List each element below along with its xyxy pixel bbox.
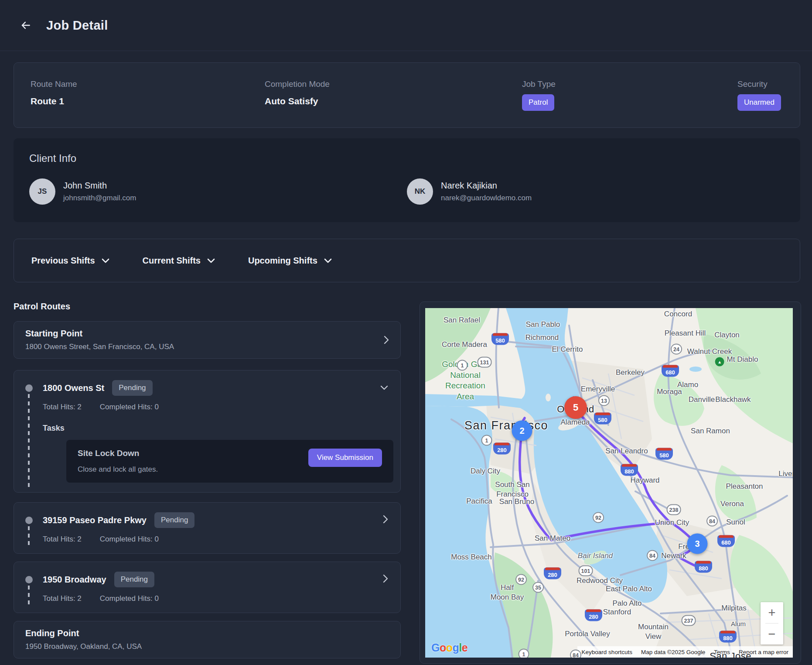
route-dashed-connector bbox=[28, 394, 30, 487]
completed-hits: Completed Hits: 0 bbox=[100, 403, 159, 411]
checkpoint-dot-icon bbox=[25, 517, 33, 524]
checkpoint-header[interactable]: 1800 Owens St Pending bbox=[25, 380, 393, 396]
status-badge: Pending bbox=[114, 572, 154, 587]
checkpoint-name: 1800 Owens St bbox=[43, 383, 104, 393]
google-logo-letter: G bbox=[431, 641, 440, 654]
attribution-link[interactable]: Terms bbox=[714, 649, 730, 655]
checkpoint-name: 39159 Paseo Padre Pkwy bbox=[43, 515, 147, 525]
previous-shifts-dropdown[interactable]: Previous Shifts bbox=[31, 256, 109, 266]
shift-filters-card: Previous Shifts Current Shifts Upcoming … bbox=[14, 239, 800, 282]
route-dashed-connector bbox=[28, 526, 30, 548]
security-badge: Unarmed bbox=[737, 94, 781, 111]
starting-point-address: 1800 Owens Street, San Francisco, CA, US… bbox=[25, 343, 174, 351]
current-shifts-label: Current Shifts bbox=[143, 256, 201, 266]
ending-point-address: 1950 Broadway, Oakland, CA, USA bbox=[25, 642, 142, 651]
completion-mode-value: Auto Satisfy bbox=[265, 96, 522, 106]
job-type-badge: Patrol bbox=[522, 94, 554, 111]
security-label: Security bbox=[737, 79, 783, 89]
map-card: + − Google Keyboard shortcutsMap data ©2… bbox=[420, 302, 801, 664]
ending-point-title: Ending Point bbox=[25, 628, 142, 638]
checkpoint-header[interactable]: 1950 Broadway Pending bbox=[25, 572, 393, 587]
patrol-routes-title: Patrol Routes bbox=[14, 302, 401, 312]
map-canvas[interactable]: + − Google Keyboard shortcutsMap data ©2… bbox=[425, 308, 793, 658]
client-email: narek@guardowldemo.com bbox=[441, 194, 532, 202]
page-title: Job Detail bbox=[46, 18, 108, 33]
chevron-down-icon bbox=[102, 258, 109, 263]
back-button[interactable] bbox=[18, 18, 33, 33]
map-base-tiles bbox=[425, 308, 793, 658]
zoom-in-button[interactable]: + bbox=[761, 602, 783, 623]
avatar: NK bbox=[407, 178, 433, 205]
chevron-right-icon bbox=[383, 574, 388, 583]
expand-toggle[interactable] bbox=[383, 515, 388, 525]
client-info-card: Client Info JS John Smith johnsmith@gmai… bbox=[14, 138, 800, 222]
upcoming-shifts-dropdown[interactable]: Upcoming Shifts bbox=[248, 256, 332, 266]
google-logo-letter: e bbox=[462, 641, 467, 654]
starting-point-card[interactable]: Starting Point 1800 Owens Street, San Fr… bbox=[14, 321, 401, 359]
map-attribution-bar: Keyboard shortcutsMap data ©2025 GoogleT… bbox=[577, 646, 793, 658]
client-name: John Smith bbox=[63, 181, 136, 191]
job-type-label: Job Type bbox=[522, 79, 737, 89]
attribution-text: Map data ©2025 Google bbox=[641, 649, 705, 655]
total-hits: Total Hits: 2 bbox=[43, 535, 82, 544]
map-marker-2[interactable]: 2 bbox=[512, 421, 532, 441]
route-name-label: Route Name bbox=[31, 79, 265, 89]
zoom-out-button[interactable]: − bbox=[761, 624, 783, 644]
map-marker-3[interactable]: 3 bbox=[687, 534, 708, 554]
google-logo-letter: g bbox=[453, 641, 459, 654]
upcoming-shifts-label: Upcoming Shifts bbox=[248, 256, 317, 266]
avatar: JS bbox=[29, 178, 55, 205]
arrow-left-icon bbox=[20, 20, 31, 31]
checkpoint-name: 1950 Broadway bbox=[43, 575, 106, 585]
completed-hits: Completed Hits: 0 bbox=[100, 594, 159, 603]
client-row: JS John Smith johnsmith@gmail.com bbox=[29, 178, 407, 205]
collapse-toggle[interactable] bbox=[380, 384, 388, 392]
chevron-right-icon bbox=[383, 515, 388, 524]
ending-point-card: Ending Point 1950 Broadway, Oakland, CA,… bbox=[14, 621, 401, 658]
checkpoint-dot-icon bbox=[25, 384, 33, 392]
checkpoint-card-1950-broadway: 1950 Broadway Pending Total Hits: 2 Comp… bbox=[14, 562, 401, 613]
task-name: Site Lock Down bbox=[78, 449, 158, 458]
task-description: Close and lock all gates. bbox=[78, 465, 158, 474]
route-name-value: Route 1 bbox=[31, 96, 265, 106]
chevron-down-icon bbox=[380, 385, 388, 390]
checkpoint-card-paseo-padre: 39159 Paseo Padre Pkwy Pending Total Hit… bbox=[14, 502, 401, 554]
route-info-card: Route Name Route 1 Completion Mode Auto … bbox=[14, 62, 800, 128]
status-badge: Pending bbox=[154, 512, 194, 528]
attribution-link[interactable]: Report a map error bbox=[739, 649, 788, 655]
starting-point-title: Starting Point bbox=[25, 329, 174, 339]
checkpoint-card-1800-owens: 1800 Owens St Pending Total Hits: 2 Comp… bbox=[14, 370, 401, 493]
client-email: johnsmith@gmail.com bbox=[63, 194, 136, 202]
page-header: Job Detail bbox=[0, 0, 812, 51]
current-shifts-dropdown[interactable]: Current Shifts bbox=[143, 256, 215, 266]
client-name: Narek Kajikian bbox=[441, 181, 532, 191]
expand-toggle[interactable] bbox=[383, 574, 388, 585]
chevron-right-icon[interactable] bbox=[384, 336, 389, 344]
route-dashed-connector bbox=[28, 586, 30, 607]
checkpoint-dot-icon bbox=[25, 576, 33, 583]
chevron-down-icon bbox=[324, 258, 332, 263]
completed-hits: Completed Hits: 0 bbox=[100, 535, 159, 544]
tasks-title: Tasks bbox=[43, 424, 393, 433]
map-marker-5[interactable]: 5 bbox=[564, 396, 587, 419]
checkpoint-header[interactable]: 39159 Paseo Padre Pkwy Pending bbox=[25, 512, 393, 528]
attribution-link[interactable]: Keyboard shortcuts bbox=[582, 649, 632, 655]
google-logo-letter: o bbox=[440, 641, 446, 654]
total-hits: Total Hits: 2 bbox=[43, 403, 82, 411]
status-badge: Pending bbox=[112, 380, 152, 396]
google-logo[interactable]: Google bbox=[431, 641, 467, 654]
total-hits: Total Hits: 2 bbox=[43, 594, 82, 603]
client-row: NK Narek Kajikian narek@guardowldemo.com bbox=[407, 178, 785, 205]
previous-shifts-label: Previous Shifts bbox=[31, 256, 95, 266]
view-submission-button[interactable]: View Submission bbox=[308, 449, 382, 467]
task-card: Site Lock Down Close and lock all gates.… bbox=[66, 440, 393, 483]
completion-mode-label: Completion Mode bbox=[265, 79, 522, 89]
google-logo-letter: o bbox=[446, 641, 453, 654]
chevron-down-icon bbox=[207, 258, 215, 263]
map-zoom-control: + − bbox=[761, 602, 783, 644]
client-info-title: Client Info bbox=[29, 152, 785, 165]
